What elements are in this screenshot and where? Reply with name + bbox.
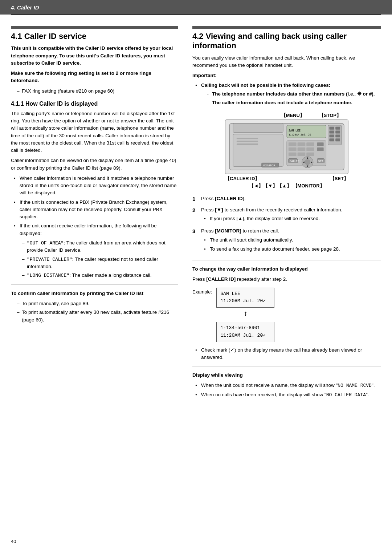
- section-header-bar-right: [192, 26, 381, 29]
- display-while-title: Display while viewing: [192, 372, 381, 379]
- step-2: 2 Press [▼] to search from the recently …: [192, 206, 381, 225]
- svg-rect-6: [329, 127, 334, 130]
- svg-rect-19: [289, 147, 297, 151]
- svg-rect-20: [298, 147, 306, 151]
- svg-text:▲: ▲: [306, 156, 309, 159]
- display-while-bullet-2: When no calls have been received, the di…: [195, 391, 381, 399]
- svg-rect-18: [317, 142, 324, 146]
- svg-rect-37: [237, 138, 258, 139]
- change-way-title: To change the way caller information is …: [192, 266, 381, 273]
- check-mark-note: Check mark (✓) on the display means the …: [195, 347, 381, 361]
- svg-text:SAM LEE: SAM LEE: [289, 129, 301, 132]
- step-3-sub-bullet-2: To send a fax using the auto document fe…: [204, 246, 381, 253]
- right-column: 4.2 Viewing and calling back using calle…: [192, 26, 381, 401]
- nav-labels: 【◄】【▼】【▲】 【MONITOR】: [249, 183, 324, 189]
- device-image-area: 【MENU】 【STOP】 SAM LEE: [192, 112, 381, 189]
- step-3-sub-bullets: The unit will start dialing automaticall…: [204, 236, 381, 253]
- sub-dash-1: "OUT OF AREA": The caller dialed from an…: [22, 239, 178, 254]
- svg-point-27: [305, 159, 310, 165]
- right-intro: You can easily view caller information a…: [192, 54, 381, 69]
- step-3-content: Press [MONITOR] to return the call. The …: [201, 227, 381, 255]
- confirm-dash-2: To print automatically after every 30 ne…: [17, 309, 178, 324]
- svg-text:CALLER: CALLER: [290, 160, 299, 163]
- display-example-1: SAM LEE 11:20AM Jul. 20✓: [216, 288, 274, 308]
- step-2-content: Press [▼] to search from the recently re…: [201, 206, 381, 225]
- example-container: Example: SAM LEE 11:20AM Jul. 20✓ ↕ 1-13…: [192, 288, 381, 342]
- svg-rect-16: [298, 142, 306, 146]
- svg-rect-9: [335, 131, 340, 134]
- step-2-sub-bullet-1: If you press [▲], the display order will…: [204, 215, 381, 222]
- sub-dash-2: "PRIVATE CALLER": The caller requested n…: [22, 256, 178, 271]
- svg-rect-21: [306, 147, 314, 151]
- page-number: 40: [11, 539, 16, 544]
- svg-rect-39: [237, 143, 258, 145]
- menu-label: 【MENU】: [281, 112, 305, 119]
- svg-rect-17: [306, 142, 314, 146]
- display-while-bullet-1: When the unit could not receive a name, …: [195, 382, 381, 389]
- left-section-title: 4.1 Caller ID service: [11, 32, 178, 41]
- header-bar: 4. Caller ID: [0, 0, 392, 15]
- important-label: Important:: [192, 72, 381, 79]
- step-3: 3 Press [MONITOR] to return the call. Th…: [192, 227, 381, 255]
- confirm-dash-list: To print manually, see page 89. To print…: [17, 300, 178, 324]
- svg-text:►: ►: [310, 161, 313, 164]
- step-1-content: Press [CALLER ID].: [201, 195, 381, 202]
- svg-rect-1: [233, 123, 283, 133]
- content-area: 4.1 Caller ID service This unit is compa…: [0, 15, 392, 412]
- svg-rect-7: [335, 127, 340, 130]
- svg-rect-8: [329, 131, 334, 134]
- step-2-sub-bullets: If you press [▲], the display order will…: [204, 215, 381, 222]
- how-bullet-2: If the unit is connected to a PBX (Priva…: [14, 199, 178, 221]
- svg-text:11:20AM Jul. 20: 11:20AM Jul. 20: [289, 134, 311, 137]
- left-column: 4.1 Caller ID service This unit is compa…: [11, 26, 178, 401]
- header-title: 4. Caller ID: [11, 4, 39, 11]
- important-dash-1: The telephone number includes data other…: [207, 90, 381, 98]
- confirm-dash-1: To print manually, see page 89.: [17, 300, 178, 307]
- set-label: 【SET】: [330, 175, 348, 182]
- how-para2: Caller information can be viewed on the …: [11, 157, 178, 172]
- how-bullet-1: When caller information is received and …: [14, 175, 178, 197]
- steps-container: 1 Press [CALLER ID]. 2 Press [▼] to sear…: [192, 195, 381, 255]
- device-svg: SAM LEE 11:20AM Jul. 20: [225, 119, 348, 174]
- sub-dash-list: "OUT OF AREA": The caller dialed from an…: [22, 239, 178, 279]
- divider-display-while: [192, 366, 381, 366]
- divider-confirm: [11, 284, 178, 285]
- how-bullet-list: When caller information is received and …: [14, 175, 178, 237]
- svg-text:MONITOR: MONITOR: [263, 164, 275, 167]
- svg-rect-12: [329, 139, 334, 142]
- important-dash-list: The telephone number includes data other…: [207, 90, 381, 107]
- svg-rect-38: [237, 141, 258, 142]
- example-label: Example:: [192, 289, 212, 295]
- ring-setting-dash-list: FAX ring setting (feature #210 on page 6…: [17, 88, 178, 95]
- stop-label: 【STOP】: [319, 112, 341, 119]
- svg-rect-22: [317, 147, 324, 151]
- svg-rect-10: [329, 135, 334, 138]
- how-bullet-3: If the unit cannot receive caller inform…: [14, 222, 178, 237]
- page-container: 4. Caller ID 4.1 Caller ID service This …: [0, 0, 392, 555]
- svg-rect-23: [289, 153, 297, 156]
- caller-id-label: 【CALLER ID】: [225, 175, 260, 182]
- ring-setting-bold: Make sure the following ring setting is …: [11, 70, 178, 85]
- svg-rect-25: [306, 153, 314, 156]
- how-para1: The calling party's name or telephone nu…: [11, 110, 178, 154]
- svg-text:◄: ◄: [302, 161, 305, 164]
- svg-text:SET: SET: [318, 160, 323, 163]
- svg-rect-13: [335, 139, 340, 142]
- svg-rect-15: [289, 142, 297, 146]
- examples-column: SAM LEE 11:20AM Jul. 20✓ ↕ 1-134-567-890…: [216, 288, 274, 342]
- display-example-2: 1-134-567-8901 11:20AM Jul. 20✓: [216, 322, 274, 342]
- important-dash-2: The caller information does not include …: [207, 99, 381, 106]
- important-bullet-list: Calling back will not be possible in the…: [195, 82, 381, 107]
- ring-setting-dash-item: FAX ring setting (feature #210 on page 6…: [17, 88, 178, 95]
- important-bullet-1: Calling back will not be possible in the…: [195, 82, 381, 107]
- check-mark-list: Check mark (✓) on the display means the …: [195, 347, 381, 361]
- arrow-down-icon: ↕: [216, 309, 274, 317]
- sub-dash-3: "LONG DISTANCE": The caller made a long …: [22, 272, 178, 279]
- confirm-title: To confirm caller information by printin…: [11, 290, 178, 297]
- step-1: 1 Press [CALLER ID].: [192, 195, 381, 203]
- svg-rect-24: [298, 153, 306, 156]
- divider-change-way: [192, 260, 381, 260]
- step-3-sub-bullet-1: The unit will start dialing automaticall…: [204, 236, 381, 244]
- section-header-bar-left: [11, 26, 178, 29]
- left-intro-bold: This unit is compatible with the Caller …: [11, 45, 178, 67]
